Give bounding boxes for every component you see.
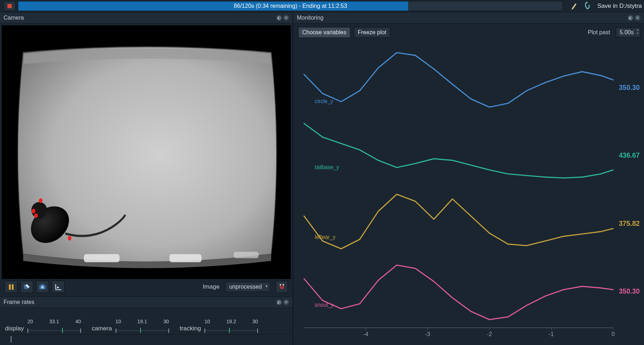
panel-title: Monitoring [297,15,324,21]
framerate-display: display2033.140 [5,319,81,333]
monitoring-plot[interactable]: -4-3-2-10circle_y350.30tailbase_y436.67l… [297,41,642,343]
frame-rates-body: display2033.140camera1019.130tracking101… [0,308,293,334]
autoscale-button[interactable] [52,281,65,293]
hook-tool-icon[interactable] [584,1,592,11]
progress-bar: 86/120s (0:34 remaining) - Ending at 11:… [18,1,563,11]
close-icon[interactable]: ✕ [635,15,640,21]
svg-text:0: 0 [612,331,615,338]
stop-button[interactable] [4,1,16,11]
magnet-button[interactable] [276,281,288,293]
plot-past-label: Plot past [588,29,610,36]
framerate-name: camera [92,325,112,333]
framerate-axis: 2033.140 [27,319,81,333]
plot-past-spinbox[interactable]: 5.00s [616,27,640,37]
svg-text:-1: -1 [549,331,554,338]
svg-text:leftear_y: leftear_y [315,234,335,240]
undock-icon[interactable]: ◐ [276,15,282,21]
svg-rect-4 [234,252,259,258]
svg-text:436.67: 436.67 [619,151,640,159]
panel-title: Camera [4,15,24,21]
progress-label: 86/120s (0:34 remaining) - Ending at 11:… [18,1,563,11]
timeline-strip[interactable] [0,334,293,345]
svg-point-0 [586,2,588,3]
svg-text:snout_y: snout_y [315,302,334,308]
framerate-axis: 1019.130 [116,319,169,333]
svg-point-13 [41,286,44,289]
camera-view[interactable] [2,25,291,279]
svg-text:350.30: 350.30 [619,287,640,295]
panel-title: Frame rates [4,299,34,305]
monitoring-panel-header: Monitoring ◐ ✕ [293,12,644,24]
close-icon[interactable]: ✕ [283,299,289,305]
snapshot-button[interactable] [36,281,49,293]
svg-rect-3 [169,254,202,262]
freeze-plot-button[interactable]: Freeze plot [354,27,390,38]
svg-text:375.82: 375.82 [619,219,640,227]
save-path-label[interactable]: Save in D:/stytra [595,2,644,10]
svg-point-7 [39,198,42,203]
framerate-name: display [5,325,24,333]
camera-panel-header: Camera ◐ ✕ [0,12,293,24]
frame-rates-panel-header: Frame rates ◐ ✕ [0,296,293,308]
pause-button[interactable] [5,281,17,293]
framerate-tracking: tracking1019.230 [180,319,258,333]
framerate-axis: 1019.230 [204,319,258,333]
svg-point-9 [34,213,38,218]
svg-text:-3: -3 [425,331,430,338]
svg-rect-14 [41,284,44,285]
image-mode-select[interactable]: unprocessed [225,282,270,292]
close-icon[interactable]: ✕ [283,15,289,21]
svg-rect-16 [283,284,284,285]
framerate-name: tracking [180,325,201,333]
choose-variables-button[interactable]: Choose variables [298,27,350,38]
svg-text:-2: -2 [487,331,492,338]
svg-point-10 [68,236,71,240]
image-mode-label: Image [203,283,219,290]
svg-rect-2 [84,254,120,262]
svg-text:350.30: 350.30 [619,83,640,91]
undock-icon[interactable]: ◐ [628,15,633,21]
edit-camera-button[interactable] [20,281,33,293]
svg-text:-4: -4 [363,331,368,338]
svg-rect-15 [280,284,281,285]
svg-point-8 [32,209,35,213]
pencil-tool-icon[interactable] [570,1,578,11]
framerate-camera: camera1019.130 [92,319,169,333]
undock-icon[interactable]: ◐ [276,299,282,305]
svg-text:circle_y: circle_y [315,98,333,104]
svg-text:tailbase_y: tailbase_y [315,164,339,170]
